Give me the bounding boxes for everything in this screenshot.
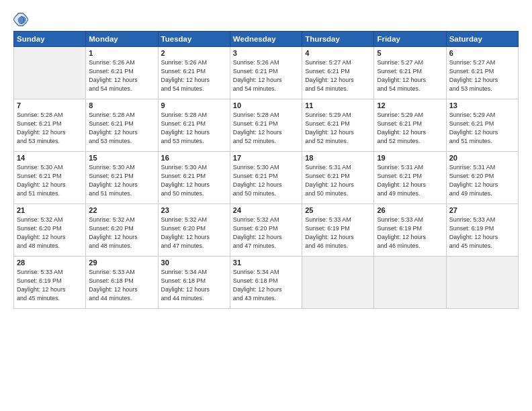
day-info: Sunrise: 5:29 AMSunset: 6:21 PMDaylight:… [377,111,443,146]
day-number: 24 [233,206,299,214]
day-info: Sunrise: 5:30 AMSunset: 6:21 PMDaylight:… [17,163,83,198]
day-info: Sunrise: 5:33 AMSunset: 6:19 PMDaylight:… [305,216,371,250]
weekday-header-saturday: Saturday [446,32,518,47]
day-info: Sunrise: 5:30 AMSunset: 6:21 PMDaylight:… [233,163,299,198]
calendar-cell: 11Sunrise: 5:29 AMSunset: 6:21 PMDayligh… [302,99,374,152]
day-number: 28 [17,259,83,267]
calendar-cell: 19Sunrise: 5:31 AMSunset: 6:21 PMDayligh… [374,152,446,204]
calendar-cell: 25Sunrise: 5:33 AMSunset: 6:19 PMDayligh… [302,204,374,257]
day-number: 10 [233,101,299,109]
day-info: Sunrise: 5:28 AMSunset: 6:21 PMDaylight:… [233,111,299,146]
calendar-cell: 28Sunrise: 5:33 AMSunset: 6:19 PMDayligh… [14,257,86,309]
day-number: 5 [377,49,443,57]
week-row-2: 7Sunrise: 5:28 AMSunset: 6:21 PMDaylight… [14,99,519,152]
calendar-cell: 9Sunrise: 5:28 AMSunset: 6:21 PMDaylight… [158,99,230,152]
week-row-3: 14Sunrise: 5:30 AMSunset: 6:21 PMDayligh… [14,152,519,204]
week-row-1: 1Sunrise: 5:26 AMSunset: 6:21 PMDaylight… [14,47,519,99]
day-info: Sunrise: 5:26 AMSunset: 6:21 PMDaylight:… [233,58,299,93]
calendar-cell [14,47,86,99]
calendar-cell: 20Sunrise: 5:31 AMSunset: 6:20 PMDayligh… [446,152,518,204]
day-info: Sunrise: 5:32 AMSunset: 6:20 PMDaylight:… [161,216,227,250]
logo-icon [13,12,28,27]
day-info: Sunrise: 5:29 AMSunset: 6:21 PMDaylight:… [449,111,515,146]
day-number: 27 [449,206,515,214]
day-info: Sunrise: 5:29 AMSunset: 6:21 PMDaylight:… [305,111,371,146]
day-number: 16 [161,154,227,162]
calendar-page: SundayMondayTuesdayWednesdayThursdayFrid… [0,0,532,411]
day-number: 4 [305,49,371,57]
calendar-table: SundayMondayTuesdayWednesdayThursdayFrid… [13,31,519,309]
day-info: Sunrise: 5:32 AMSunset: 6:20 PMDaylight:… [89,216,154,250]
day-number: 7 [17,101,83,109]
calendar-cell: 26Sunrise: 5:33 AMSunset: 6:19 PMDayligh… [374,204,446,257]
day-info: Sunrise: 5:33 AMSunset: 6:19 PMDaylight:… [449,216,515,250]
calendar-cell: 12Sunrise: 5:29 AMSunset: 6:21 PMDayligh… [374,99,446,152]
day-info: Sunrise: 5:27 AMSunset: 6:21 PMDaylight:… [305,58,371,93]
calendar-cell: 22Sunrise: 5:32 AMSunset: 6:20 PMDayligh… [86,204,158,257]
day-number: 30 [161,259,227,267]
day-info: Sunrise: 5:27 AMSunset: 6:21 PMDaylight:… [449,58,515,93]
calendar-body: 1Sunrise: 5:26 AMSunset: 6:21 PMDaylight… [14,47,519,309]
day-number: 25 [305,206,371,214]
calendar-cell: 1Sunrise: 5:26 AMSunset: 6:21 PMDaylight… [86,47,158,99]
calendar-cell: 29Sunrise: 5:33 AMSunset: 6:18 PMDayligh… [86,257,158,309]
calendar-cell: 8Sunrise: 5:28 AMSunset: 6:21 PMDaylight… [86,99,158,152]
logo [13,12,31,27]
day-number: 20 [449,154,515,162]
day-number: 31 [233,259,299,267]
weekday-header-wednesday: Wednesday [230,32,302,47]
day-number: 23 [161,206,227,214]
weekday-header-thursday: Thursday [302,32,374,47]
calendar-cell: 27Sunrise: 5:33 AMSunset: 6:19 PMDayligh… [446,204,518,257]
day-number: 8 [89,101,154,109]
day-info: Sunrise: 5:33 AMSunset: 6:19 PMDaylight:… [17,268,83,303]
weekday-row: SundayMondayTuesdayWednesdayThursdayFrid… [14,32,519,47]
calendar-cell: 14Sunrise: 5:30 AMSunset: 6:21 PMDayligh… [14,152,86,204]
weekday-header-sunday: Sunday [14,32,86,47]
day-number: 19 [377,154,443,162]
calendar-cell: 30Sunrise: 5:34 AMSunset: 6:18 PMDayligh… [158,257,230,309]
day-info: Sunrise: 5:34 AMSunset: 6:18 PMDaylight:… [161,268,227,303]
weekday-header-friday: Friday [374,32,446,47]
day-info: Sunrise: 5:34 AMSunset: 6:18 PMDaylight:… [233,268,299,303]
weekday-header-monday: Monday [86,32,158,47]
calendar-cell: 2Sunrise: 5:26 AMSunset: 6:21 PMDaylight… [158,47,230,99]
day-info: Sunrise: 5:30 AMSunset: 6:21 PMDaylight:… [161,163,227,198]
day-info: Sunrise: 5:28 AMSunset: 6:21 PMDaylight:… [161,111,227,146]
calendar-cell [302,257,374,309]
day-info: Sunrise: 5:32 AMSunset: 6:20 PMDaylight:… [17,216,83,250]
calendar-cell: 4Sunrise: 5:27 AMSunset: 6:21 PMDaylight… [302,47,374,99]
calendar-cell: 17Sunrise: 5:30 AMSunset: 6:21 PMDayligh… [230,152,302,204]
day-info: Sunrise: 5:32 AMSunset: 6:20 PMDaylight:… [233,216,299,250]
calendar-cell: 5Sunrise: 5:27 AMSunset: 6:21 PMDaylight… [374,47,446,99]
day-number: 12 [377,101,443,109]
day-number: 14 [17,154,83,162]
weekday-header-tuesday: Tuesday [158,32,230,47]
week-row-5: 28Sunrise: 5:33 AMSunset: 6:19 PMDayligh… [14,257,519,309]
header-area [13,12,519,27]
day-number: 11 [305,101,371,109]
day-info: Sunrise: 5:26 AMSunset: 6:21 PMDaylight:… [89,58,154,93]
day-number: 21 [17,206,83,214]
day-info: Sunrise: 5:27 AMSunset: 6:21 PMDaylight:… [377,58,443,93]
week-row-4: 21Sunrise: 5:32 AMSunset: 6:20 PMDayligh… [14,204,519,257]
day-number: 26 [377,206,443,214]
day-number: 29 [89,259,154,267]
day-number: 22 [89,206,154,214]
day-number: 3 [233,49,299,57]
day-number: 17 [233,154,299,162]
day-info: Sunrise: 5:33 AMSunset: 6:18 PMDaylight:… [89,268,154,303]
day-info: Sunrise: 5:31 AMSunset: 6:20 PMDaylight:… [449,163,515,198]
calendar-cell: 24Sunrise: 5:32 AMSunset: 6:20 PMDayligh… [230,204,302,257]
day-number: 6 [449,49,515,57]
calendar-header: SundayMondayTuesdayWednesdayThursdayFrid… [14,32,519,47]
day-info: Sunrise: 5:31 AMSunset: 6:21 PMDaylight:… [305,163,371,198]
calendar-cell: 31Sunrise: 5:34 AMSunset: 6:18 PMDayligh… [230,257,302,309]
calendar-cell: 21Sunrise: 5:32 AMSunset: 6:20 PMDayligh… [14,204,86,257]
calendar-cell: 16Sunrise: 5:30 AMSunset: 6:21 PMDayligh… [158,152,230,204]
day-number: 15 [89,154,154,162]
day-info: Sunrise: 5:26 AMSunset: 6:21 PMDaylight:… [161,58,227,93]
day-number: 13 [449,101,515,109]
day-info: Sunrise: 5:28 AMSunset: 6:21 PMDaylight:… [89,111,154,146]
day-info: Sunrise: 5:30 AMSunset: 6:21 PMDaylight:… [89,163,154,198]
